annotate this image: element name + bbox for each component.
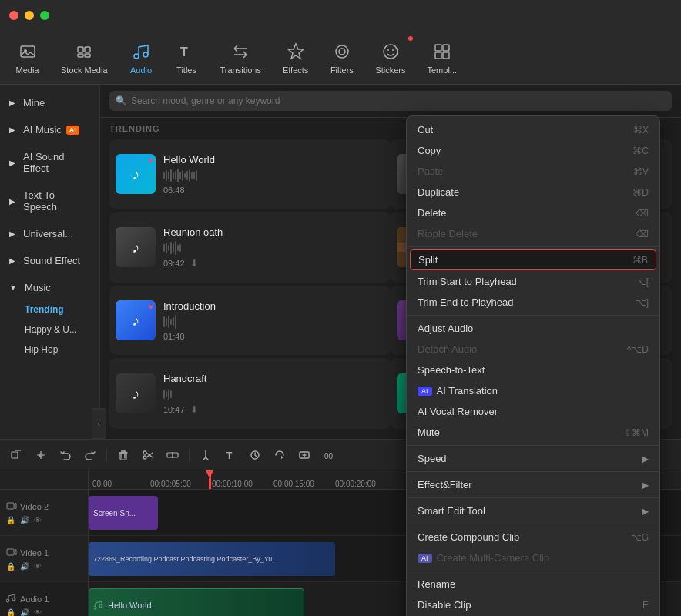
ctx-split[interactable]: Split ⌘B [410, 249, 656, 270]
tool-effects[interactable]: Effects [273, 35, 317, 81]
music-card-hello-world[interactable]: ♪ ♥ Hello World 06:48 [109, 139, 391, 209]
svg-rect-22 [12, 452, 18, 458]
ctx-mute[interactable]: Mute ⇧⌘M [407, 422, 659, 443]
tool-media[interactable]: Media [6, 35, 49, 81]
sidebar-item-ai-sound[interactable]: ▶ AI Sound Effect [0, 145, 99, 180]
music-duration-7: 10:47 ⬇ [163, 404, 384, 415]
ctx-smart-edit[interactable]: Smart Edit Tool ▶ [407, 500, 659, 521]
ctx-disable[interactable]: Disable Clip E [407, 594, 659, 615]
tl-delete[interactable] [113, 445, 133, 465]
tool-templates[interactable]: Templ... [418, 35, 466, 81]
close-button[interactable] [9, 11, 18, 20]
track-lock-icon-v1: 🔒 [6, 562, 15, 571]
ctx-copy[interactable]: Copy ⌘C [407, 140, 659, 161]
tool-filters[interactable]: Filters [320, 35, 363, 81]
sidebar-collapse-button[interactable]: ‹ [92, 408, 100, 439]
sidebar-section-tts: ▶ Text To Speech [0, 183, 99, 219]
music-card-reunion[interactable]: ♪ Reunion oath 09:42 ⬇ [109, 212, 391, 283]
ctx-trim-end[interactable]: Trim End to Playhead ⌥] [407, 292, 659, 313]
sidebar-item-tts[interactable]: ▶ Text To Speech [0, 183, 99, 219]
track-eye-icon-v1[interactable]: 👁 [34, 562, 42, 571]
music-info-1: Hello World 06:48 [163, 154, 384, 195]
tl-split-audio[interactable] [163, 445, 183, 465]
ctx-rename[interactable]: Rename [407, 574, 659, 594]
ctx-sep-4 [407, 471, 659, 472]
tool-stock[interactable]: Stock Media [52, 35, 117, 81]
ctx-delete[interactable]: Delete ⌫ [407, 203, 659, 223]
ctx-rename-label: Rename [418, 578, 649, 590]
tool-audio[interactable]: Audio [120, 35, 163, 81]
track-name-audio1: Audio 1 [20, 594, 49, 604]
svg-text:T: T [180, 45, 188, 59]
clip-podcast[interactable]: 722869_Recording Podcast Podcasting Podc… [89, 542, 335, 576]
ctx-compound[interactable]: Create Compound Clip ⌥G [407, 527, 659, 547]
tool-templates-label: Templ... [427, 65, 457, 75]
sidebar-item-happy[interactable]: Happy & U... [18, 320, 99, 340]
tool-titles[interactable]: T Titles [166, 35, 208, 81]
ctx-cut[interactable]: Cut ⌘X [407, 119, 659, 140]
track-eye-icon[interactable]: 👁 [34, 516, 42, 524]
tool-transitions[interactable]: Transitions [211, 35, 270, 81]
tl-scissors[interactable] [138, 445, 158, 465]
tool-filters-label: Filters [330, 65, 354, 75]
ctx-sep-6 [407, 524, 659, 524]
search-input[interactable] [109, 91, 672, 111]
music-note-3: ♪ [132, 239, 139, 256]
sidebar-section-mine: ▶ Mine [0, 91, 99, 115]
music-card-introduction[interactable]: ♪ ♥ Introduction 01:40 [109, 286, 391, 355]
track-eye-audio[interactable]: 👁 [34, 608, 42, 616]
tl-loop[interactable] [270, 445, 290, 465]
ctx-ai-vocal-label: AI Vocal Remover [418, 406, 649, 417]
sidebar-item-trending[interactable]: Trending [18, 300, 99, 320]
ctx-duplicate[interactable]: Duplicate ⌘D [407, 182, 659, 203]
tl-text[interactable]: T [220, 445, 240, 465]
ctx-adjust-audio[interactable]: Adjust Audio [407, 318, 659, 339]
ctx-sep-2 [407, 315, 659, 316]
ctx-multicam-badge: AI [418, 554, 432, 563]
track-name-video1: Video 1 [20, 548, 49, 557]
ctx-disable-shortcut: E [642, 600, 649, 611]
maximize-button[interactable] [40, 11, 49, 20]
tl-redo[interactable] [80, 445, 100, 465]
sidebar-item-ai-music[interactable]: ▶ AI Music AI [0, 118, 99, 142]
ctx-ef-arrow: ▶ [642, 480, 649, 490]
heart-icon-1: ♥ [149, 156, 153, 165]
tool-stickers[interactable]: Stickers [366, 35, 414, 81]
svg-rect-18 [443, 52, 449, 59]
ctx-speech-to-text[interactable]: Speech-to-Text [407, 360, 659, 380]
ctx-ai-translation[interactable]: AI AI Translation [407, 380, 659, 401]
sidebar-item-hiphop[interactable]: Hip Hop [18, 340, 99, 360]
music-card-handcraft[interactable]: ♪ Handcraft 10:47 ⬇ [109, 358, 391, 429]
music-title-3: Reunion oath [163, 226, 384, 238]
tl-snapping[interactable] [31, 445, 51, 465]
ctx-trim-start[interactable]: Trim Start to Playhead ⌥[ [407, 271, 659, 292]
ctx-speed[interactable]: Speed ▶ [407, 448, 659, 469]
tl-sep-2 [189, 447, 190, 463]
tl-clock[interactable] [245, 445, 265, 465]
titles-icon: T [176, 41, 197, 62]
clip-screen-sh[interactable]: Screen Sh... [89, 496, 158, 530]
search-icon: 🔍 [116, 95, 127, 106]
track-lock-audio: 🔒 [6, 608, 15, 616]
tl-placeholder[interactable] [294, 445, 314, 465]
sidebar-item-music[interactable]: ▼ Music [0, 276, 99, 300]
sidebar-item-sound-effect[interactable]: ▶ Sound Effect [0, 249, 99, 273]
context-menu: Cut ⌘X Copy ⌘C Paste ⌘V Duplicate ⌘D Del… [406, 116, 660, 616]
music-info-3: Reunion oath 09:42 ⬇ [163, 226, 384, 269]
tl-undo-history[interactable] [6, 445, 26, 465]
ctx-ai-vocal[interactable]: AI Vocal Remover [407, 401, 659, 422]
ctx-duplicate-label: Duplicate [418, 186, 632, 198]
sidebar-section-music: ▼ Music Trending Happy & U... Hip Hop [0, 276, 99, 360]
clip-hello-world[interactable]: Hello World [89, 588, 304, 616]
tl-undo[interactable] [55, 445, 75, 465]
music-duration-5: 01:40 [163, 332, 384, 341]
sidebar-item-universal[interactable]: ▶ Universal... [0, 222, 99, 246]
media-icon [17, 41, 39, 62]
ai-music-badge: AI [66, 126, 79, 135]
sidebar-item-mine[interactable]: ▶ Mine [0, 91, 99, 115]
minimize-button[interactable] [25, 11, 34, 20]
tl-time[interactable]: 00 [319, 445, 339, 465]
tl-marker[interactable] [196, 445, 216, 465]
ctx-effect-filter[interactable]: Effect&Filter ▶ [407, 474, 659, 495]
ctx-detach-audio: Detach Audio ^⌥D [407, 339, 659, 360]
